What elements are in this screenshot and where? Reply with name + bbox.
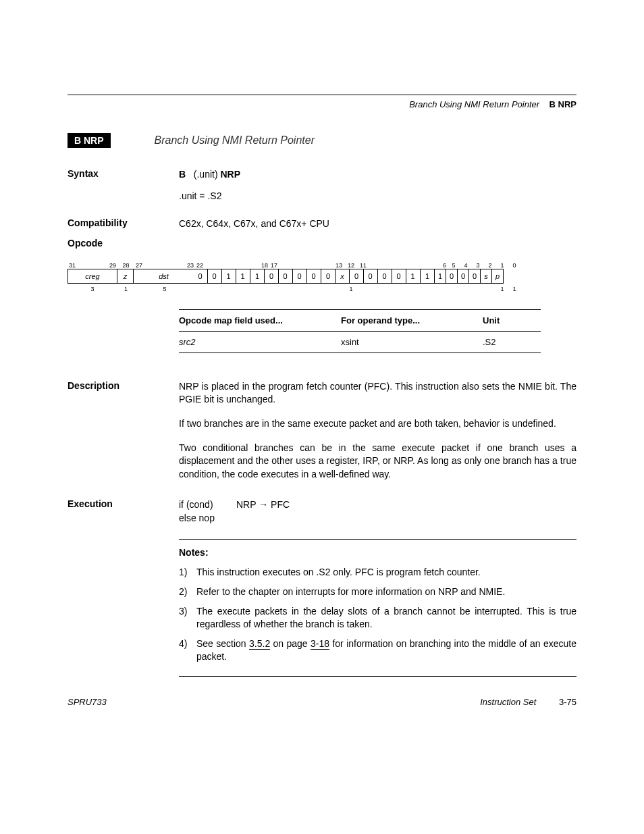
f-b5: 1	[434, 269, 446, 284]
notes-box: Notes: 1) This instruction executes on .…	[179, 539, 576, 677]
note-4-num: 4)	[179, 637, 196, 663]
instruction-title: Branch Using NMI Return Pointer	[155, 134, 315, 147]
bn18: 18	[261, 262, 268, 269]
execution-label: Execution	[68, 498, 179, 525]
description-content: NRP is placed in the program fetch count…	[179, 380, 576, 492]
bn27: 27	[136, 262, 142, 269]
mnemonic-badge: B NRP	[68, 133, 111, 148]
bn4: 4	[460, 262, 472, 269]
syntax-section: Syntax B (.unit) NRP .unit = .S2	[68, 168, 576, 211]
note-2-num: 2)	[179, 585, 196, 598]
fy-3: 0	[306, 269, 321, 284]
fy-1: 0	[278, 269, 293, 284]
bn13: 13	[336, 262, 342, 269]
f-b4: 0	[446, 269, 458, 284]
fz-1: 0	[363, 269, 378, 284]
f-creg: creg	[68, 269, 117, 284]
syntax-b: B	[179, 169, 186, 180]
w-x: 1	[344, 286, 358, 292]
header-divider	[68, 95, 576, 95]
note-3-text: The execute packets in the delay slots o…	[196, 605, 576, 631]
opcode-section: Opcode	[68, 238, 576, 249]
description-section: Description NRP is placed in the program…	[68, 380, 576, 492]
w-p: 1	[508, 286, 520, 292]
mr1c2: xsint	[341, 337, 483, 347]
link-page[interactable]: 3-18	[311, 638, 329, 650]
note-2-text: Refer to the chapter on interrupts for m…	[196, 585, 505, 598]
running-header: Branch Using NMI Return Pointer B NRP	[68, 99, 576, 109]
note-1-text: This instruction executes on .S2 only. P…	[196, 566, 481, 579]
bn12: 12	[344, 262, 358, 269]
compat-label: Compatibility	[68, 217, 179, 231]
bn1: 1	[496, 262, 508, 269]
w-dst: 5	[134, 286, 195, 292]
note-4: 4) See section 3.5.2 on page 3-18 for in…	[179, 637, 576, 663]
description-label: Description	[68, 380, 179, 492]
notes-section: Notes: 1) This instruction executes on .…	[68, 539, 576, 677]
f-b3: 0	[457, 269, 469, 284]
bn5: 5	[448, 262, 460, 269]
fz-2: 0	[377, 269, 392, 284]
desc-p1: NRP is placed in the program fetch count…	[179, 380, 576, 407]
exec-expr: NRP → PFC	[236, 498, 290, 512]
w-s: 1	[496, 286, 508, 292]
fx-4: 1	[250, 269, 265, 284]
n4-pre: See section	[196, 638, 249, 649]
w-creg: 3	[68, 286, 117, 292]
bit-numbers-top: 3129 28 2723 2218 1713 12 116 5 4 3 2 1 …	[68, 262, 576, 269]
f-s: s	[480, 269, 492, 284]
syntax-nrp: NRP	[220, 169, 240, 180]
opcode-label: Opcode	[68, 238, 179, 249]
syntax-content: B (.unit) NRP .unit = .S2	[179, 168, 576, 211]
note-2: 2) Refer to the chapter on interrupts fo…	[179, 585, 576, 598]
execution-section: Execution if (cond) NRP → PFC else nop	[68, 498, 576, 525]
fz-4: 1	[406, 269, 421, 284]
note-1: 1) This instruction executes on .S2 only…	[179, 566, 576, 579]
bn31: 31	[69, 262, 76, 269]
fy-0: 0	[264, 269, 279, 284]
note-3: 3) The execute packets in the delay slot…	[179, 605, 576, 631]
mh3: Unit	[483, 315, 537, 325]
opcode-map-table: Opcode map field used... For operand typ…	[179, 309, 541, 353]
mr1c1: src2	[179, 337, 341, 347]
fx-3: 1	[236, 269, 250, 284]
footer-section: Instruction Set	[480, 697, 536, 707]
title-row: B NRP Branch Using NMI Return Pointer	[68, 133, 576, 148]
fz-5: 1	[420, 269, 435, 284]
fy-4: 0	[321, 269, 336, 284]
bit-diagram: 3129 28 2723 2218 1713 12 116 5 4 3 2 1 …	[68, 262, 576, 292]
bit-row: creg z dst 0 0 1 1 1 0 0 0 0 0 x 0 0 0 0…	[68, 269, 576, 284]
footer-docid: SPRU733	[68, 697, 107, 707]
f-z: z	[117, 269, 134, 284]
f-x: x	[335, 269, 350, 284]
bn23: 23	[187, 262, 194, 269]
note-1-num: 1)	[179, 566, 196, 579]
bit-widths: 3 1 5 1 1 1	[68, 286, 576, 292]
exec-ifcond: if (cond)	[179, 498, 236, 512]
header-italic: Branch Using NMI Return Pointer	[409, 99, 539, 109]
mh1: Opcode map field used...	[179, 315, 341, 325]
bn29: 29	[109, 262, 116, 269]
bn17: 17	[271, 262, 277, 269]
f-p: p	[491, 269, 504, 284]
f-dst: dst	[133, 269, 194, 284]
n4-mid: on page	[270, 638, 311, 649]
desc-p3: Two conditional branches can be in the s…	[179, 442, 576, 481]
bn0: 0	[508, 262, 520, 269]
fx-2: 1	[221, 269, 236, 284]
w-z: 1	[117, 286, 134, 292]
mh2: For operand type...	[341, 315, 483, 325]
fx-0: 0	[193, 269, 208, 284]
f-b2: 0	[468, 269, 481, 284]
link-section[interactable]: 3.5.2	[249, 638, 270, 650]
note-4-text: See section 3.5.2 on page 3-18 for infor…	[196, 637, 576, 663]
footer-pagenum: 3-75	[559, 697, 576, 707]
compat-text: C62x, C64x, C67x, and C67x+ CPU	[179, 217, 576, 231]
fz-0: 0	[349, 269, 364, 284]
fy-2: 0	[292, 269, 307, 284]
syntax-label: Syntax	[68, 168, 179, 211]
fx-1: 0	[207, 269, 222, 284]
notes-title: Notes:	[179, 546, 576, 560]
bn2: 2	[484, 262, 496, 269]
bn28: 28	[117, 262, 134, 269]
